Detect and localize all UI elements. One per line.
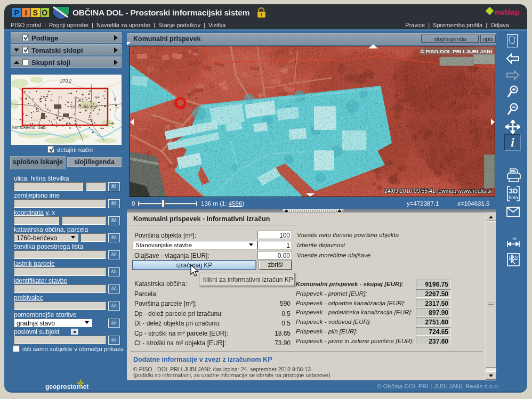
svg-text:24.09.2010 09:55:41, ewmap, ww: 24.09.2010 09:55:41, ewmap, www.realis.s… [384, 188, 491, 194]
svg-text:270.2: 270.2 [60, 78, 72, 84]
svg-text:3D: 3D [509, 187, 518, 195]
svg-text:m: m [512, 236, 517, 241]
svg-text:ewMap: ewMap [495, 8, 520, 17]
svg-text:beta: beta [509, 195, 518, 200]
svg-text:© PISO-DOL PRI LJUBLJANI: © PISO-DOL PRI LJUBLJANI [420, 48, 492, 54]
svg-text:dkn: dkn [509, 254, 518, 260]
